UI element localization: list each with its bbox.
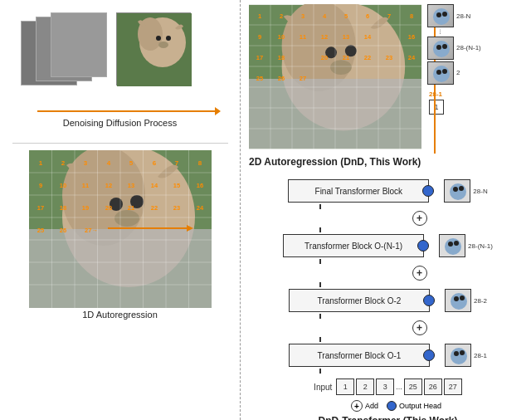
- svg-text:20: 20: [321, 54, 328, 61]
- svg-text:11: 11: [300, 33, 306, 41]
- svg-point-118: [451, 348, 467, 364]
- svg-point-102: [442, 12, 447, 17]
- thumb-row-2: 2: [427, 61, 460, 85]
- block-side-label-n1: 28-(N-1): [468, 242, 493, 250]
- thumb-row-block-2: 28-2: [445, 289, 487, 312]
- conn-v-3: [319, 259, 321, 264]
- block-row-o2: Transformer Block O-2 28-2: [289, 289, 487, 312]
- block-o2-label: Transformer Block O-2: [318, 296, 402, 305]
- svg-text:9: 9: [38, 182, 41, 189]
- svg-text:18: 18: [278, 54, 285, 61]
- block-o1: Transformer Block O-1: [289, 344, 430, 367]
- svg-text:6: 6: [152, 159, 156, 167]
- legend-add-label: Add: [365, 402, 378, 410]
- output-head-circle-1: [423, 349, 435, 361]
- conn-v-6: [319, 337, 321, 342]
- svg-point-112: [445, 238, 461, 255]
- svg-text:20: 20: [105, 204, 111, 212]
- legend-add: + Add: [351, 400, 378, 412]
- svg-text:8: 8: [410, 12, 413, 20]
- svg-point-119: [454, 351, 459, 356]
- svg-text:26: 26: [278, 75, 285, 82]
- svg-marker-54: [187, 225, 193, 232]
- legend-output-head-icon: [387, 401, 397, 411]
- svg-point-4: [166, 36, 171, 41]
- thumb-n-label: 28-N: [456, 12, 470, 20]
- svg-text:3: 3: [83, 159, 87, 167]
- plus-circle-2: +: [412, 266, 427, 281]
- svg-text:17: 17: [37, 204, 43, 212]
- dnd-transformer-title: DnD-Transformer (This Work): [249, 415, 527, 420]
- thumb-row-n1: 28-(N-1): [427, 37, 481, 60]
- svg-text:2: 2: [61, 159, 65, 167]
- final-block-label: Final Transformer Block: [315, 187, 403, 196]
- input-box-3: 3: [376, 378, 394, 395]
- svg-point-113: [448, 242, 453, 247]
- thumb-28-n: [427, 4, 454, 27]
- svg-text:3: 3: [301, 12, 304, 20]
- input-dots: ...: [396, 383, 402, 391]
- input-box-27: 27: [444, 378, 462, 395]
- block-final-wrapper: Final Transformer Block: [288, 179, 429, 203]
- conn-v-5: [319, 314, 321, 319]
- left-divider: [12, 143, 228, 144]
- block-row-final: Final Transformer Block 28-N: [288, 179, 487, 203]
- svg-text:12: 12: [321, 33, 328, 41]
- svg-point-105: [442, 44, 447, 49]
- svg-text:23: 23: [386, 54, 392, 61]
- svg-text:4: 4: [323, 12, 327, 20]
- svg-point-107: [436, 70, 441, 75]
- grid-1d-overlay: 1 2 3 4 5 6 7 8 9 10 11 12 13 14 15 16: [29, 150, 212, 308]
- svg-point-117: [460, 295, 465, 300]
- svg-text:9: 9: [258, 33, 261, 41]
- svg-point-5: [158, 42, 168, 48]
- block-o2: Transformer Block O-2: [289, 289, 430, 312]
- input-label: Input: [314, 383, 332, 392]
- thumb-dots-area: ...: [427, 29, 455, 35]
- svg-text:26: 26: [59, 227, 66, 234]
- svg-text:16: 16: [408, 33, 415, 41]
- legend-output-head: Output Head: [387, 401, 441, 411]
- svg-text:10: 10: [278, 33, 285, 41]
- svg-text:25: 25: [37, 227, 43, 234]
- final-transformer-block: Final Transformer Block: [288, 179, 429, 203]
- svg-text:22: 22: [150, 204, 157, 212]
- block-n1-label: Transformer Block O-(N-1): [304, 242, 402, 251]
- svg-point-115: [451, 293, 467, 310]
- legend-output-head-label: Output Head: [399, 402, 441, 410]
- block-o1-wrapper: Transformer Block O-1: [289, 344, 430, 367]
- svg-point-106: [433, 66, 450, 82]
- left-panel: Denoising Diffusion Process: [0, 0, 241, 420]
- svg-text:4: 4: [106, 159, 110, 167]
- transformer-section: Final Transformer Block 28-N +: [249, 178, 527, 420]
- block-thumb-n1: [439, 234, 465, 257]
- block-row-o1: Transformer Block O-1 28-1: [289, 344, 487, 367]
- grid-2d-container: 1 2 3 4 5 6 7 8 9 10 11 12 13 1: [249, 4, 423, 154]
- svg-text:13: 13: [127, 182, 134, 189]
- svg-text:27→: 27→: [85, 227, 98, 234]
- svg-text:14: 14: [364, 33, 372, 41]
- svg-text:12: 12: [105, 182, 111, 189]
- block-thumb-n: [444, 179, 470, 203]
- svg-text:22: 22: [364, 54, 371, 61]
- block-side-label-n: 28-N: [473, 188, 487, 195]
- block-thumb-1: [445, 344, 471, 367]
- svg-point-111: [459, 186, 464, 191]
- svg-text:1: 1: [258, 12, 261, 20]
- thumb-n1-label: 28-(N-1): [456, 44, 481, 51]
- svg-text:5: 5: [344, 12, 348, 20]
- svg-text:7: 7: [174, 159, 178, 167]
- transformer-blocks-area: Final Transformer Block 28-N +: [249, 178, 527, 412]
- svg-text:21: 21: [127, 204, 134, 212]
- grid-2d-overlay: 1 2 3 4 5 6 7 8 9 10 11 12 13 1: [249, 4, 423, 149]
- block-o2-wrapper: Transformer Block O-2: [289, 289, 430, 312]
- thumb-row-block-n: 28-N: [444, 179, 487, 203]
- block-n1-wrapper: Transformer Block O-(N-1): [283, 234, 424, 257]
- thumb-2-label: 2: [456, 69, 460, 76]
- svg-point-114: [454, 241, 459, 246]
- diffusion-section: Denoising Diffusion Process: [21, 12, 220, 128]
- block-side-label-2: 28-2: [474, 297, 487, 305]
- svg-text:23: 23: [173, 204, 179, 212]
- thumb-28-n1: [427, 37, 454, 60]
- svg-point-100: [433, 8, 450, 25]
